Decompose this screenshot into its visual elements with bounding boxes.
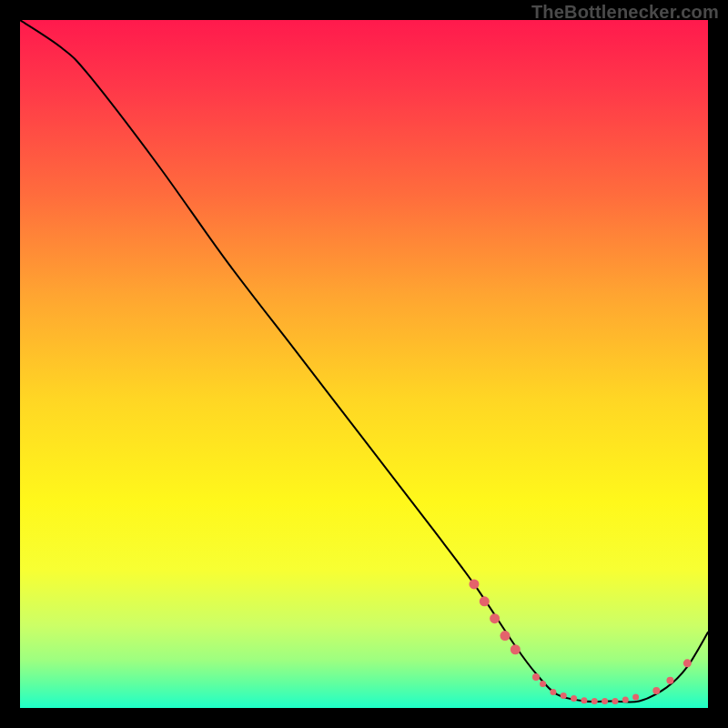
data-marker xyxy=(480,596,490,606)
data-marker xyxy=(550,689,556,695)
data-marker xyxy=(592,698,598,704)
data-marker xyxy=(666,677,673,684)
chart-background xyxy=(20,20,708,708)
data-marker xyxy=(561,693,567,699)
data-marker xyxy=(581,697,587,703)
data-marker xyxy=(622,696,629,703)
data-marker xyxy=(632,693,639,700)
chart-plot xyxy=(20,20,708,708)
data-marker xyxy=(602,698,608,704)
data-marker xyxy=(652,687,660,694)
data-marker xyxy=(511,644,521,654)
data-marker xyxy=(683,659,692,667)
data-marker xyxy=(490,613,500,623)
data-marker xyxy=(612,698,618,704)
data-marker xyxy=(469,579,479,589)
data-marker xyxy=(540,681,546,687)
watermark-text: TheBottlenecker.com xyxy=(531,2,719,23)
data-marker xyxy=(500,631,510,641)
data-marker xyxy=(532,673,540,681)
chart-svg xyxy=(20,20,708,708)
chart-frame: TheBottlenecker.com xyxy=(0,0,728,728)
data-marker xyxy=(571,695,577,702)
